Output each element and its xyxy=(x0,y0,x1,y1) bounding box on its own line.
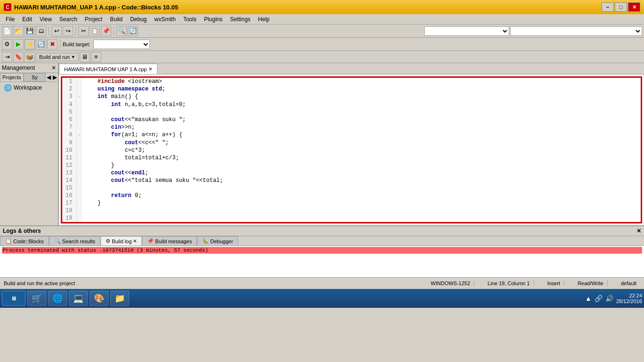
line-number: 18 xyxy=(62,207,76,214)
class-button[interactable]: 📦 xyxy=(25,52,35,62)
tab-debugger[interactable]: 🐛 Debugger xyxy=(197,236,238,246)
table-row: 9 cout<<c<<" "; xyxy=(62,139,641,147)
menu-edit[interactable]: Edit xyxy=(18,15,36,24)
taskbar-app-paint[interactable]: 🎨 xyxy=(90,291,108,306)
tray-network-icon[interactable]: 🔗 xyxy=(594,295,603,302)
menu-file[interactable]: File xyxy=(2,15,18,24)
bookmark-button[interactable]: 🔖 xyxy=(13,52,24,62)
left-combo[interactable] xyxy=(424,26,509,36)
code-line[interactable]: cin>>n; xyxy=(82,123,641,131)
code-line[interactable]: using namespace std; xyxy=(82,85,641,93)
build-target-combo[interactable] xyxy=(93,40,150,49)
tab-projects[interactable]: Projects xyxy=(0,73,24,82)
minimize-button[interactable]: − xyxy=(602,2,614,12)
menu-plugins[interactable]: Plugins xyxy=(200,15,226,24)
stop-button[interactable]: ✖ xyxy=(47,39,58,49)
open-file-button[interactable]: 📂 xyxy=(13,26,24,36)
taskbar-right: ▲ 🔗 🔊 22:24 28/12/2016 xyxy=(585,293,642,304)
taskbar-app-browser[interactable]: 🌐 xyxy=(48,291,67,306)
taskbar-app-files[interactable]: 📁 xyxy=(110,291,129,306)
menu-search[interactable]: Search xyxy=(56,15,81,24)
tab-build-log[interactable]: ⚙ Build log ✕ xyxy=(100,236,142,246)
start-button[interactable]: ⊞ xyxy=(2,291,25,306)
run-button[interactable]: ▶ xyxy=(13,39,24,49)
build-target-label: Build target: xyxy=(63,41,91,47)
save-file-button[interactable]: 💾 xyxy=(25,26,35,36)
app-icon: C xyxy=(4,3,11,11)
panel-close-icon[interactable]: ✕ xyxy=(51,65,56,71)
clock[interactable]: 22:24 28/12/2016 xyxy=(616,293,642,304)
replace-button[interactable]: 🔄 xyxy=(128,26,138,36)
fold-indicator[interactable]: − xyxy=(76,93,82,101)
code-line[interactable] xyxy=(82,108,641,116)
code-line[interactable]: cout<<endl; xyxy=(82,169,641,177)
panel-tabs-arrow-left[interactable]: ◀ xyxy=(46,73,52,82)
maximize-button[interactable]: □ xyxy=(615,2,627,12)
tray-speaker-icon[interactable]: 🔊 xyxy=(605,295,613,302)
toolbar3-icon1[interactable]: 🖥 xyxy=(80,52,90,62)
tab-search-results[interactable]: 🔍 Search results xyxy=(49,236,100,246)
fold-indicator[interactable]: − xyxy=(76,131,82,139)
menu-help[interactable]: Help xyxy=(254,15,273,24)
menu-tools[interactable]: Tools xyxy=(180,15,200,24)
code-line[interactable]: cout<<c<<" "; xyxy=(82,139,641,147)
indent-button[interactable]: ⇥ xyxy=(2,52,12,62)
file-tab-close-icon[interactable]: ✕ xyxy=(149,66,152,72)
settings-button[interactable]: ⚙ xyxy=(2,39,12,49)
code-line[interactable] xyxy=(82,184,641,192)
table-row: 14 cout<<"total semua suku "<<total; xyxy=(62,177,641,184)
redo-button[interactable]: ↪ xyxy=(63,26,73,36)
tab-symbols[interactable]: Sy xyxy=(24,73,46,82)
code-line[interactable]: } xyxy=(82,162,641,169)
code-line[interactable]: int main() { xyxy=(82,93,641,101)
copy-button[interactable]: 📋 xyxy=(90,26,100,36)
tray-arrow-icon[interactable]: ▲ xyxy=(585,295,592,302)
rebuild-button[interactable]: 🔃 xyxy=(36,39,46,49)
menu-view[interactable]: View xyxy=(36,15,56,24)
panel-tabs-arrow-right[interactable]: ▶ xyxy=(52,73,58,82)
code-line[interactable]: for(a=1; a<=n; a++) { xyxy=(82,131,641,139)
code-editor[interactable]: 1 #include <iostream>2 using namespace s… xyxy=(61,76,642,223)
code-line[interactable]: int n,a,b,c=3,total=0; xyxy=(82,101,641,108)
cut-button[interactable]: ✂ xyxy=(78,26,89,36)
menu-settings[interactable]: Settings xyxy=(226,15,254,24)
build-run-button[interactable]: ⚡ xyxy=(25,39,35,49)
menu-build[interactable]: Build xyxy=(106,15,126,24)
taskbar-app-folder[interactable]: 💻 xyxy=(69,291,88,306)
code-line[interactable] xyxy=(82,214,641,222)
tab-codeblocks[interactable]: 📋 Code::Blocks xyxy=(0,236,49,246)
table-row: 15 xyxy=(62,184,641,192)
bottom-panel-close-icon[interactable]: ✕ xyxy=(636,228,641,234)
fold-indicator xyxy=(76,162,82,169)
file-tab-main[interactable]: HAWARI MUHTAROM UAP 1 A.cpp ✕ xyxy=(59,64,157,74)
fold-indicator xyxy=(76,207,82,214)
code-line[interactable]: return 0; xyxy=(82,192,641,199)
fold-indicator xyxy=(76,199,82,207)
undo-button[interactable]: ↩ xyxy=(51,26,62,36)
table-row: 10 c=c*3; xyxy=(62,147,641,154)
find-button[interactable]: 🔍 xyxy=(116,26,127,36)
code-line[interactable]: cout<<"masukan suku "; xyxy=(82,116,641,123)
build-log-tab-close[interactable]: ✕ xyxy=(133,239,137,244)
menu-project[interactable]: Project xyxy=(81,15,106,24)
code-line[interactable]: } xyxy=(82,199,641,207)
menu-debug[interactable]: Debug xyxy=(126,15,150,24)
code-line[interactable]: c=c*3; xyxy=(82,147,641,154)
toolbar3-icon2[interactable]: ≡ xyxy=(91,52,101,62)
line-number: 7 xyxy=(62,123,76,131)
code-line[interactable] xyxy=(82,207,641,214)
log-content: Process terminated with status -10737415… xyxy=(0,246,644,277)
code-line[interactable]: total=total+c/3; xyxy=(82,154,641,162)
code-line[interactable]: cout<<"total semua suku "<<total; xyxy=(82,177,641,184)
paste-button[interactable]: 📌 xyxy=(101,26,111,36)
new-file-button[interactable]: 📄 xyxy=(2,26,12,36)
close-button[interactable]: ✕ xyxy=(628,2,640,12)
taskbar-app-store[interactable]: 🛒 xyxy=(27,291,46,306)
debugger-tab-label: Debugger xyxy=(210,239,233,244)
save-all-button[interactable]: 🗂 xyxy=(36,26,46,36)
tab-build-messages[interactable]: 📌 Build messages xyxy=(142,236,197,246)
code-line[interactable]: #include <iostream> xyxy=(82,78,641,85)
menu-wxsmith[interactable]: wxSmith xyxy=(150,15,179,24)
right-combo[interactable] xyxy=(510,26,642,36)
fold-indicator xyxy=(76,139,82,147)
